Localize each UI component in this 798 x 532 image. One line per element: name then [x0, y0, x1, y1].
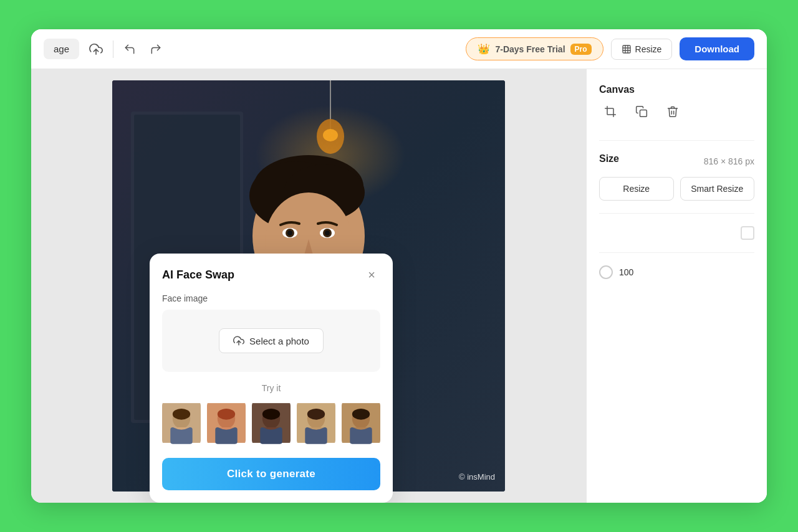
canvas-section-title: Canvas	[599, 84, 754, 95]
cloud-icon	[89, 42, 103, 56]
sample-face-1	[162, 401, 201, 445]
pro-badge: Pro	[570, 44, 592, 55]
svg-point-41	[352, 409, 370, 420]
watermark-text: © insMind	[459, 472, 495, 482]
svg-point-21	[325, 230, 330, 235]
svg-point-29	[218, 409, 235, 420]
delete-tool[interactable]	[661, 100, 684, 123]
page-button[interactable]: age	[44, 39, 79, 59]
redo-button[interactable]	[146, 39, 166, 59]
modal-title: AI Face Swap	[162, 268, 234, 282]
toolbar-right: 👑 7-Days Free Trial Pro Resize Download	[466, 37, 754, 60]
svg-rect-34	[260, 427, 282, 444]
canvas-section: Canvas	[599, 84, 754, 128]
face-swap-modal: AI Face Swap × Face image	[150, 254, 393, 503]
opacity-circle-icon	[599, 265, 613, 279]
panel-divider-3	[599, 252, 754, 253]
sample-photos	[162, 401, 380, 445]
opacity-value: 100	[619, 267, 633, 277]
sample-photo-4[interactable]	[297, 401, 335, 445]
resize-header-button[interactable]: Resize	[611, 39, 673, 60]
svg-point-25	[173, 409, 190, 420]
size-section: Size 816 × 816 px Resize Smart Resize	[599, 153, 754, 201]
modal-body: Face image Select a photo Try it	[150, 293, 393, 503]
svg-rect-42	[350, 427, 372, 444]
save-button[interactable]	[85, 39, 107, 60]
svg-point-33	[262, 409, 280, 420]
right-panel: Canvas	[586, 69, 767, 503]
trial-button[interactable]: 👑 7-Days Free Trial Pro	[466, 37, 603, 60]
svg-rect-30	[215, 427, 237, 444]
sample-photo-5[interactable]	[342, 401, 380, 445]
toolbar: age	[31, 29, 767, 69]
sample-face-4	[297, 401, 335, 445]
toolbar-divider	[113, 40, 113, 58]
svg-point-37	[307, 409, 325, 420]
canvas-area: © insMind AI Face Swap × Face image	[31, 69, 586, 503]
app-window: age	[31, 29, 767, 503]
watermark: © insMind	[459, 472, 495, 482]
sample-photo-2[interactable]	[207, 401, 246, 445]
photo-upload-area[interactable]: Select a photo	[162, 310, 380, 372]
sample-photo-3[interactable]	[252, 401, 291, 445]
download-button[interactable]: Download	[680, 37, 754, 60]
resize-icon	[622, 44, 632, 54]
generate-button[interactable]: Click to generate	[162, 458, 380, 490]
undo-button[interactable]	[120, 39, 140, 59]
try-it-label: Try it	[162, 383, 380, 393]
smart-resize-option-button[interactable]: Smart Resize	[680, 177, 755, 201]
crown-icon: 👑	[478, 43, 490, 55]
main-content: © insMind AI Face Swap × Face image	[31, 69, 767, 503]
opacity-row: 100	[599, 265, 754, 279]
resize-header-label: Resize	[635, 44, 662, 54]
resize-buttons: Resize Smart Resize	[599, 177, 754, 201]
toolbar-left: age	[44, 39, 458, 60]
checkbox-row	[599, 226, 754, 240]
sample-face-3	[252, 401, 291, 445]
copy-tool[interactable]	[630, 100, 653, 123]
size-value: 816 × 816 px	[704, 156, 754, 166]
sample-face-5	[342, 401, 380, 445]
undo-icon	[123, 43, 136, 55]
svg-rect-1	[623, 45, 630, 53]
panel-divider-1	[599, 140, 754, 141]
canvas-tools	[599, 100, 754, 123]
size-section-title: Size	[599, 153, 619, 164]
resize-option-button[interactable]: Resize	[599, 177, 674, 201]
trial-label: 7-Days Free Trial	[495, 44, 565, 54]
modal-close-button[interactable]: ×	[363, 266, 380, 283]
redo-icon	[150, 43, 162, 55]
svg-rect-26	[170, 427, 192, 444]
svg-rect-44	[640, 110, 647, 117]
select-photo-button[interactable]: Select a photo	[219, 328, 324, 353]
panel-divider-2	[599, 213, 754, 214]
modal-header: AI Face Swap ×	[150, 254, 393, 293]
select-photo-label: Select a photo	[249, 336, 309, 346]
sample-photo-1[interactable]	[162, 401, 201, 445]
svg-rect-43	[607, 108, 613, 115]
upload-icon	[233, 335, 244, 346]
svg-point-18	[287, 230, 292, 235]
sample-face-2	[207, 401, 246, 445]
svg-rect-38	[305, 427, 327, 444]
checkbox[interactable]	[741, 226, 754, 240]
size-row: Size 816 × 816 px	[599, 153, 754, 169]
crop-tool[interactable]	[599, 100, 622, 123]
face-image-label: Face image	[162, 293, 380, 303]
